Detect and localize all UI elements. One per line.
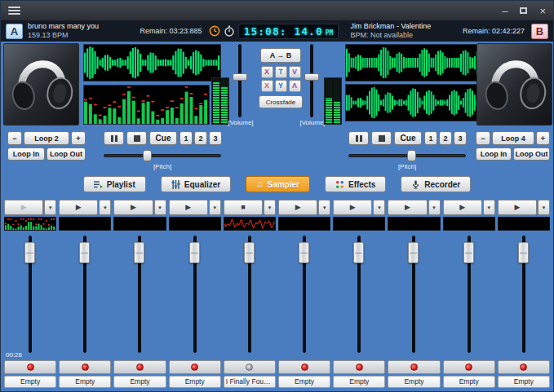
fader-handle[interactable] — [189, 242, 200, 263]
sampler-volume-fader[interactable] — [388, 232, 440, 359]
sampler-record-button[interactable] — [498, 360, 550, 374]
a-to-b-button[interactable]: A → B — [260, 48, 301, 63]
fader-handle[interactable] — [134, 242, 144, 263]
sampler-dropdown-button[interactable]: ▼ — [373, 200, 385, 215]
sampler-play-button[interactable]: ▶ — [4, 200, 43, 215]
slider-handle[interactable] — [407, 150, 416, 161]
deck-a-loop-in-button[interactable]: Loop In — [7, 148, 45, 161]
sampler-play-button[interactable]: ▶ — [278, 200, 317, 215]
sampler-dropdown-button[interactable]: ▼ — [99, 200, 111, 215]
deck-a-hotcue-2-button[interactable]: 2 — [194, 131, 207, 145]
fader-handle[interactable] — [244, 242, 255, 263]
sampler-volume-fader[interactable] — [498, 232, 550, 359]
deck-b-loop-out-button[interactable]: Loop Out — [513, 148, 550, 161]
deck-b-loop-button[interactable]: Loop 4 — [492, 131, 534, 145]
maximize-button[interactable] — [520, 7, 527, 14]
sampler-record-button[interactable] — [4, 360, 56, 374]
sampler-record-button[interactable] — [388, 360, 440, 374]
sampler-volume-fader[interactable]: 00:26 — [4, 232, 56, 359]
deck-b-loop-plus-button[interactable]: + — [536, 131, 550, 145]
menu-icon[interactable] — [8, 7, 20, 15]
sampler-volume-fader[interactable] — [59, 232, 111, 359]
fader-handle[interactable] — [518, 242, 529, 263]
sampler-play-button[interactable]: ▶ — [169, 200, 208, 215]
deck-b-hotcue-2-button[interactable]: 2 — [439, 131, 452, 145]
deck-b-loop-minus-button[interactable]: − — [476, 131, 490, 145]
deck-b-hotcue-3-button[interactable]: 3 — [454, 131, 467, 145]
sampler-volume-fader[interactable] — [443, 232, 495, 359]
deck-a-loop-out-button[interactable]: Loop Out — [47, 148, 86, 161]
sampler-volume-fader[interactable] — [113, 232, 166, 359]
crossfade-curve-button-1[interactable]: X — [261, 66, 273, 78]
deck-b-pause-button[interactable] — [348, 131, 369, 145]
crossfade-curve-button-3[interactable]: V — [289, 66, 301, 78]
crossfade-curve-button-2[interactable]: T — [275, 66, 287, 78]
sampler-record-button[interactable] — [113, 360, 166, 374]
fader-handle[interactable] — [79, 242, 90, 263]
sampler-dropdown-button[interactable]: ▼ — [264, 200, 276, 215]
sampler-play-button[interactable]: ▶ — [388, 200, 427, 215]
sampler-dropdown-button[interactable]: ▼ — [483, 200, 495, 215]
deck-b-pitch-slider[interactable] — [348, 150, 466, 161]
deck-a-pause-button[interactable] — [104, 131, 124, 145]
sampler-dropdown-button[interactable]: ▼ — [154, 200, 166, 215]
header: A bruno mars many you 159.13 BPM Remain:… — [1, 20, 553, 42]
sampler-record-button[interactable] — [278, 360, 330, 374]
deck-b-hotcue-1-button[interactable]: 1 — [424, 131, 437, 145]
crossfade-curve-button-4[interactable]: X — [261, 80, 273, 92]
sampler-play-button[interactable]: ▶ — [59, 200, 98, 215]
deck-a-loop-plus-button[interactable]: + — [71, 131, 86, 145]
deck-b-stop-button[interactable] — [371, 131, 392, 145]
fader-handle[interactable] — [233, 73, 247, 81]
sampler-play-button[interactable]: ▶ — [113, 200, 153, 215]
sampler-stop-button[interactable]: ■ — [224, 200, 263, 215]
sampler-dropdown-button[interactable]: ▼ — [209, 200, 221, 215]
sampler-dropdown-button[interactable]: ▼ — [538, 200, 550, 215]
sampler-display — [113, 217, 166, 231]
deck-a-stop-button[interactable] — [126, 131, 147, 145]
sampler-play-button[interactable]: ▶ — [443, 200, 482, 215]
sampler-volume-fader[interactable] — [169, 232, 221, 359]
fader-handle[interactable] — [304, 73, 319, 81]
deck-a-loop-minus-button[interactable]: − — [7, 131, 22, 145]
sampler-play-button[interactable]: ▶ — [498, 200, 537, 215]
sampler-volume-fader[interactable] — [333, 232, 385, 359]
tab-effects[interactable]: Effects — [325, 176, 386, 192]
sampler-dropdown-button[interactable]: ▼ — [318, 200, 330, 215]
sampler-dropdown-button[interactable]: ▼ — [44, 200, 56, 215]
deck-a-pitch-slider[interactable] — [104, 150, 221, 161]
sampler-volume-fader[interactable] — [224, 232, 276, 359]
deck-b-volume-fader[interactable] — [304, 44, 319, 117]
sampler-play-button[interactable]: ▶ — [333, 200, 372, 215]
sampler-record-button[interactable] — [169, 360, 221, 374]
fader-handle[interactable] — [353, 242, 364, 263]
fader-handle[interactable] — [299, 242, 309, 263]
deck-a-hotcue-1-button[interactable]: 1 — [179, 131, 193, 145]
sampler-record-button[interactable] — [443, 360, 495, 374]
close-button[interactable]: × — [539, 6, 546, 16]
chevron-down-icon: ▼ — [103, 205, 108, 210]
fader-handle[interactable] — [24, 242, 35, 263]
crossfade-curve-button-6[interactable]: Λ — [289, 80, 301, 92]
tab-playlist[interactable]: Playlist — [83, 176, 146, 192]
crossfade-button[interactable]: Crossfade — [259, 95, 303, 108]
deck-b-loop-in-button[interactable]: Loop In — [476, 148, 512, 161]
tab-recorder[interactable]: Recorder — [401, 176, 471, 192]
crossfade-curve-button-5[interactable]: Y — [275, 80, 287, 92]
tab-sampler[interactable]: ♫ Sampler — [246, 176, 310, 192]
sampler-volume-fader[interactable] — [278, 232, 330, 359]
sampler-dropdown-button[interactable]: ▼ — [428, 200, 441, 215]
sampler-record-button[interactable] — [59, 360, 111, 374]
sampler-record-button[interactable] — [224, 360, 276, 374]
fader-handle[interactable] — [408, 242, 419, 263]
deck-a-loop-button[interactable]: Loop 2 — [24, 131, 69, 145]
deck-a-volume-fader[interactable] — [233, 44, 247, 117]
tab-equalizer[interactable]: Equalizer — [161, 176, 231, 192]
deck-b-cue-button[interactable]: Cue — [394, 131, 422, 145]
slider-handle[interactable] — [143, 150, 152, 161]
sampler-record-button[interactable] — [333, 360, 385, 374]
fader-handle[interactable] — [463, 242, 474, 263]
deck-a-hotcue-3-button[interactable]: 3 — [209, 131, 222, 145]
deck-a-cue-button[interactable]: Cue — [149, 131, 177, 145]
minimize-button[interactable]: – — [502, 6, 507, 16]
